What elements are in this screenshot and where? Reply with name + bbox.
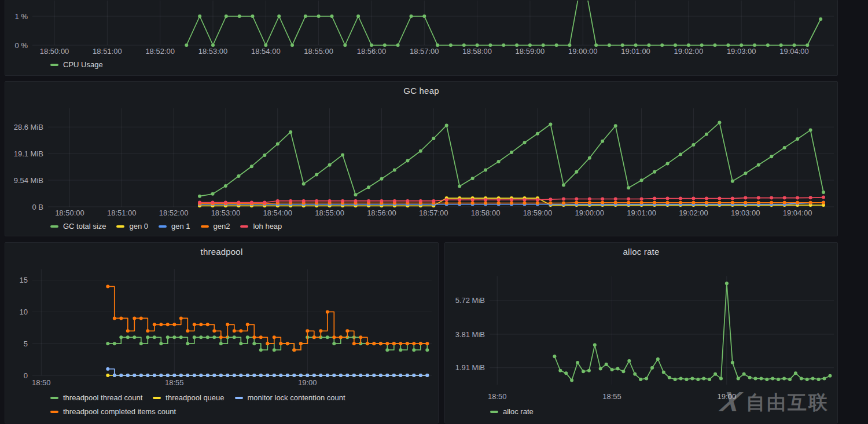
threadpool-legend: threadpool thread countthreadpool queuem… xyxy=(50,393,409,416)
legend-item-loh-heap[interactable]: loh heap xyxy=(240,222,282,231)
svg-text:18:53:00: 18:53:00 xyxy=(198,47,228,56)
svg-text:0 %: 0 % xyxy=(15,41,28,50)
legend-item-threadpool-thread-count[interactable]: threadpool thread count xyxy=(50,393,142,403)
svg-text:18:56:00: 18:56:00 xyxy=(367,209,396,217)
legend-color-chip xyxy=(490,411,498,413)
svg-text:18:59:00: 18:59:00 xyxy=(523,209,553,217)
svg-text:9.54 MiB: 9.54 MiB xyxy=(14,176,43,185)
gc-heap-chart[interactable]: 0 B9.54 MiB19.1 MiB28.6 MiB18:50:0018:51… xyxy=(5,82,838,237)
legend-color-chip xyxy=(153,397,161,399)
svg-text:15: 15 xyxy=(20,276,28,284)
legend-item-gen2[interactable]: gen2 xyxy=(201,222,230,231)
svg-text:18:52:00: 18:52:00 xyxy=(159,209,189,217)
legend-color-chip xyxy=(159,225,167,228)
legend-label: threadpool queue xyxy=(165,393,224,403)
svg-text:18:59:00: 18:59:00 xyxy=(516,47,545,56)
svg-text:18:52:00: 18:52:00 xyxy=(145,47,175,56)
svg-text:0 B: 0 B xyxy=(32,203,43,211)
legend-label: gen 1 xyxy=(171,222,190,231)
svg-text:18:55: 18:55 xyxy=(165,378,184,387)
svg-text:19:03:00: 19:03:00 xyxy=(727,47,756,56)
grafana-dashboard: 0 %1 %18:50:0018:51:0018:52:0018:53:0018… xyxy=(0,0,868,424)
svg-text:18:58:00: 18:58:00 xyxy=(471,209,501,217)
svg-text:19:04:00: 19:04:00 xyxy=(779,47,809,56)
svg-text:18:50:00: 18:50:00 xyxy=(55,209,84,217)
svg-text:18:56:00: 18:56:00 xyxy=(357,47,387,56)
svg-text:18:58:00: 18:58:00 xyxy=(462,47,492,56)
svg-text:0: 0 xyxy=(24,371,28,380)
svg-text:5.72 MiB: 5.72 MiB xyxy=(455,296,485,305)
svg-text:18:51:00: 18:51:00 xyxy=(93,47,122,56)
legend-color-chip xyxy=(240,225,248,228)
svg-text:18:50: 18:50 xyxy=(488,392,507,401)
legend-label: gen 0 xyxy=(129,222,148,231)
svg-text:19.1 MiB: 19.1 MiB xyxy=(14,149,43,158)
panel-gc-heap: GC heap 0 B9.54 MiB19.1 MiB28.6 MiB18:50… xyxy=(5,81,838,236)
svg-text:19:00: 19:00 xyxy=(718,392,737,401)
svg-text:5: 5 xyxy=(24,339,28,348)
svg-text:19:01:00: 19:01:00 xyxy=(621,47,650,56)
cpu-usage-legend: CPU Usage xyxy=(50,60,803,70)
svg-text:18:53:00: 18:53:00 xyxy=(211,209,241,217)
legend-item-alloc-rate[interactable]: alloc rate xyxy=(490,407,534,416)
legend-item-cpu-usage[interactable]: CPU Usage xyxy=(50,60,103,70)
svg-text:19:00:00: 19:00:00 xyxy=(568,47,598,56)
legend-label: gen2 xyxy=(214,222,230,231)
svg-text:18:50:00: 18:50:00 xyxy=(40,47,69,56)
legend-label: threadpool completed items count xyxy=(63,407,176,416)
legend-item-gc-total-size[interactable]: GC total size xyxy=(50,222,106,231)
legend-color-chip xyxy=(50,411,58,413)
svg-text:18:55:00: 18:55:00 xyxy=(304,47,333,56)
legend-label: threadpool thread count xyxy=(63,393,142,403)
svg-text:18:57:00: 18:57:00 xyxy=(419,209,448,217)
svg-text:1.91 MiB: 1.91 MiB xyxy=(455,363,485,372)
legend-label: loh heap xyxy=(253,222,282,231)
svg-text:19:00:00: 19:00:00 xyxy=(575,209,604,217)
legend-label: monitor lock contention count xyxy=(248,393,345,403)
legend-item-monitor-lock-contention-count[interactable]: monitor lock contention count xyxy=(235,393,345,403)
gc-heap-legend: GC total sizegen 0gen 1gen2loh heap xyxy=(50,222,803,231)
svg-text:18:54:00: 18:54:00 xyxy=(251,47,281,56)
svg-text:19:00: 19:00 xyxy=(298,378,317,387)
panel-cpu-usage: 0 %1 %18:50:0018:51:0018:52:0018:53:0018… xyxy=(5,0,838,76)
svg-text:10: 10 xyxy=(20,308,28,316)
legend-color-chip xyxy=(235,397,243,399)
legend-item-gen-1[interactable]: gen 1 xyxy=(159,222,190,231)
svg-text:18:55:00: 18:55:00 xyxy=(315,209,344,217)
legend-color-chip xyxy=(50,397,58,399)
svg-text:19:04:00: 19:04:00 xyxy=(783,209,812,217)
alloc-rate-legend: alloc rate xyxy=(490,407,803,416)
legend-item-threadpool-queue[interactable]: threadpool queue xyxy=(153,393,224,403)
svg-text:18:54:00: 18:54:00 xyxy=(263,209,292,217)
svg-text:19:02:00: 19:02:00 xyxy=(674,47,704,56)
svg-text:19:02:00: 19:02:00 xyxy=(679,209,708,217)
legend-item-gen-0[interactable]: gen 0 xyxy=(116,222,148,231)
legend-label: alloc rate xyxy=(503,407,534,416)
svg-text:1 %: 1 % xyxy=(15,12,28,21)
panel-alloc-rate: alloc rate 1.91 MiB3.81 MiB5.72 MiB18:50… xyxy=(444,242,838,423)
panel-threadpool: threadpool 05101518:5018:5519:00 threadp… xyxy=(5,242,439,423)
svg-text:28.6 MiB: 28.6 MiB xyxy=(14,123,43,131)
svg-text:3.81 MiB: 3.81 MiB xyxy=(455,330,485,339)
legend-color-chip xyxy=(116,225,124,228)
svg-text:19:03:00: 19:03:00 xyxy=(731,209,760,217)
legend-label: CPU Usage xyxy=(63,60,103,70)
legend-color-chip xyxy=(50,225,58,228)
legend-item-threadpool-completed-items-count[interactable]: threadpool completed items count xyxy=(50,407,176,416)
svg-text:18:55: 18:55 xyxy=(602,392,621,401)
svg-text:19:01:00: 19:01:00 xyxy=(627,209,656,217)
svg-text:18:57:00: 18:57:00 xyxy=(410,47,439,56)
svg-text:18:51:00: 18:51:00 xyxy=(107,209,137,217)
legend-label: GC total size xyxy=(63,222,106,231)
legend-color-chip xyxy=(201,225,209,228)
alloc-rate-chart[interactable]: 1.91 MiB3.81 MiB5.72 MiB18:5018:5519:00 xyxy=(445,243,838,424)
svg-text:18:50: 18:50 xyxy=(32,378,51,387)
legend-color-chip xyxy=(50,64,58,66)
